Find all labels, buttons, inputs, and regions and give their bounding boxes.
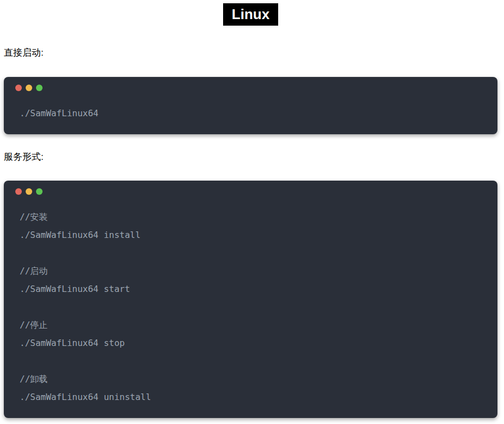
section-label-service-mode: 服务形式: (4, 152, 497, 163)
page: Linux 直接启动: ./SamWafLinux64 服务形式: //安装 .… (0, 0, 504, 424)
close-dot-icon (15, 188, 22, 195)
code-window-direct-start: ./SamWafLinux64 (4, 77, 497, 134)
maximize-dot-icon (36, 188, 43, 195)
section-label-direct-start: 直接启动: (4, 47, 497, 58)
close-dot-icon (15, 85, 22, 91)
window-controls (15, 188, 487, 195)
code-window-service-mode: //安装 ./SamWafLinux64 install //启动 ./SamW… (4, 181, 497, 418)
minimize-dot-icon (26, 85, 32, 91)
section-service-mode: 服务形式: //安装 ./SamWafLinux64 install //启动 … (4, 152, 497, 418)
page-header: Linux (4, 3, 497, 26)
section-direct-start: 直接启动: ./SamWafLinux64 (4, 47, 497, 134)
window-controls (15, 85, 487, 91)
code-block-direct-start: ./SamWafLinux64 (20, 104, 487, 122)
minimize-dot-icon (26, 188, 32, 195)
page-title: Linux (223, 3, 278, 26)
code-block-service-mode: //安装 ./SamWafLinux64 install //启动 ./SamW… (20, 208, 487, 406)
maximize-dot-icon (36, 85, 43, 91)
